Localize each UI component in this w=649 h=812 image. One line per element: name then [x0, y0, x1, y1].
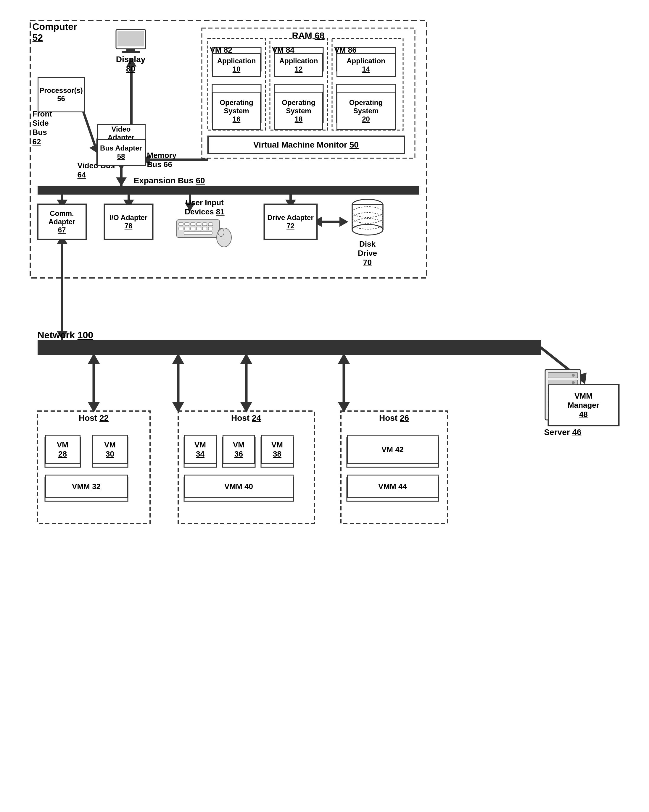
vm42-label: VM 42: [381, 445, 404, 454]
svg-rect-19: [38, 411, 150, 524]
user-input-label: User InputDevices 81: [163, 198, 246, 217]
app14-label: Application14: [346, 57, 385, 73]
host26-label: Host 26: [341, 411, 447, 425]
vm82-component: VM 82 Application10 Operating System16: [208, 44, 265, 56]
svg-point-108: [572, 381, 575, 384]
vm28-label: VM28: [57, 440, 68, 459]
svg-marker-59: [88, 353, 100, 364]
svg-rect-83: [185, 227, 189, 230]
vm86-component: VM 86 Application14 Operating System20: [332, 44, 403, 56]
vm36-label: VM36: [233, 440, 245, 459]
svg-rect-20: [178, 411, 314, 524]
svg-rect-82: [179, 227, 183, 230]
server-label: Server 46: [539, 427, 586, 437]
vmm40-box: VMM 40: [184, 475, 294, 498]
network-id: 100: [78, 330, 93, 340]
svg-point-107: [572, 374, 575, 377]
svg-marker-65: [240, 353, 252, 364]
io-adapter-label: I/O Adapter78: [110, 214, 147, 230]
os16-box: Operating System16: [212, 92, 261, 130]
memory-bus-id: 66: [164, 160, 172, 169]
comm-adapter-label: Comm.Adapter67: [49, 209, 75, 234]
expansion-bus-id: 60: [196, 176, 205, 185]
comm-adapter-box: Comm.Adapter67: [38, 204, 86, 240]
svg-rect-72: [118, 31, 144, 46]
processors-box: Processor(s)56: [38, 77, 85, 112]
vmm44-box: VMM 44: [347, 475, 439, 498]
svg-rect-18: [38, 340, 541, 355]
ram-label: RAM 68: [292, 31, 324, 41]
os20-box: Operating System20: [337, 92, 396, 130]
disk-drive-id: 70: [363, 258, 372, 267]
vm34-label: VM34: [194, 440, 206, 459]
vmm-box: Virtual Machine Monitor 50: [208, 136, 404, 154]
display-label: Display 80: [98, 55, 163, 74]
svg-rect-74: [122, 51, 140, 53]
svg-point-96: [352, 224, 383, 235]
os18-box: Operating System18: [274, 92, 323, 130]
drive-adapter-box: Drive Adapter72: [264, 204, 317, 240]
svg-marker-42: [116, 177, 127, 186]
vm38-box: VM38: [261, 435, 294, 464]
vm30-box: VM30: [92, 435, 128, 464]
front-side-bus-id: 62: [32, 137, 41, 146]
svg-rect-79: [196, 223, 201, 226]
host24-label: Host 24: [178, 411, 314, 425]
drive-adapter-label: Drive Adapter72: [267, 214, 314, 230]
comm-adapter-id: 67: [58, 226, 66, 234]
os18-label: Operating System18: [275, 98, 322, 123]
vmm-id: 50: [349, 140, 359, 149]
display-component: Display 80: [98, 28, 163, 74]
app12-box: Application12: [274, 53, 323, 77]
vm42-box: VM 42: [347, 435, 439, 464]
svg-rect-84: [191, 227, 195, 230]
computer-label: Computer52: [32, 21, 77, 43]
vmm44-label: VMM 44: [378, 482, 407, 491]
svg-rect-78: [191, 223, 195, 226]
svg-rect-76: [179, 223, 183, 226]
bus-adapter-label: Bus Adapter58: [100, 144, 142, 160]
host24-component: Host 24 VM34 VM36 VM38 VMM 40: [178, 411, 314, 425]
display-id: 80: [126, 64, 135, 73]
vmm-manager-id: 48: [579, 410, 588, 419]
svg-rect-81: [208, 223, 213, 226]
ram-id: 68: [315, 31, 324, 40]
vm34-box: VM34: [184, 435, 217, 464]
vmm-label: Virtual Machine Monitor 50: [253, 140, 359, 150]
server-id: 46: [572, 427, 581, 437]
app14-box: Application14: [337, 53, 396, 77]
svg-rect-85: [196, 227, 201, 230]
svg-marker-62: [172, 353, 184, 364]
processors-label: Processor(s)56: [39, 86, 83, 103]
io-adapter-box: I/O Adapter78: [104, 204, 153, 240]
computer-id: 52: [32, 32, 43, 43]
svg-rect-14: [38, 186, 419, 195]
app12-label: Application12: [279, 57, 318, 73]
vm84-component: VM 84 Application12 Operating System18: [270, 44, 328, 56]
svg-rect-88: [184, 232, 212, 235]
display-icon: [113, 28, 148, 55]
host26-component: Host 26 VM 42 VMM 44: [341, 411, 447, 425]
disk-drive-component: DiskDrive70: [344, 198, 391, 267]
host22-label: Host 22: [38, 411, 150, 425]
svg-rect-87: [208, 227, 213, 230]
vm30-label: VM30: [104, 440, 116, 459]
svg-rect-21: [341, 411, 447, 524]
disk-drive-label: DiskDrive70: [344, 240, 391, 267]
app10-label: Application10: [217, 57, 256, 73]
vmm32-box: VMM 32: [45, 475, 128, 498]
keyboard-icon: [175, 218, 234, 248]
host22-component: Host 22 VM28 VM30 VMM 32: [38, 411, 150, 425]
os20-label: Operating System20: [337, 98, 395, 123]
svg-marker-68: [338, 353, 350, 364]
vm38-label: VM38: [271, 440, 283, 459]
disk-drive-icon: [350, 198, 385, 240]
vm36-box: VM36: [222, 435, 255, 464]
app10-box: Application10: [212, 53, 261, 77]
vmm40-label: VMM 40: [224, 482, 253, 491]
bus-adapter-box: Bus Adapter58: [97, 139, 145, 166]
vm28-box: VM28: [45, 435, 81, 464]
vmm-manager-label: VMMManager48: [568, 392, 599, 419]
memory-bus-label: MemoryBus 66: [147, 151, 177, 169]
vmm32-label: VMM 32: [72, 482, 101, 491]
